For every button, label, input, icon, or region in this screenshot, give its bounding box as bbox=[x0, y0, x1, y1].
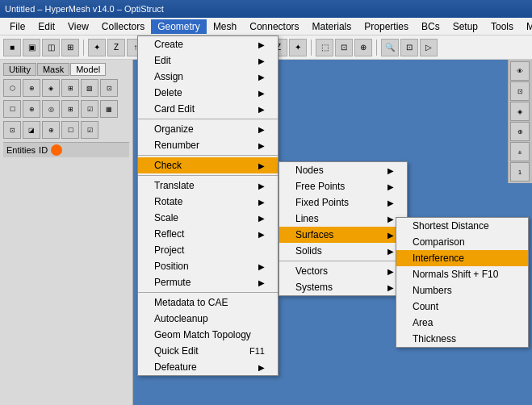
surf-normals-shift[interactable]: Normals Shift + F10 bbox=[396, 266, 528, 282]
check-submenu-popup[interactable]: Nodes ▶ Free Points ▶ Fixed Points ▶ Lin… bbox=[279, 161, 408, 296]
toolbar-btn-21[interactable]: ▷ bbox=[420, 39, 438, 56]
menu-check[interactable]: Check ▶ bbox=[138, 157, 278, 173]
menu-project[interactable]: Project bbox=[138, 242, 278, 258]
menu-autocleanup[interactable]: Autocleanup bbox=[138, 311, 278, 327]
right-icon-1[interactable]: 👁 bbox=[510, 61, 530, 81]
icon-btn-4[interactable]: ⊞ bbox=[61, 79, 79, 97]
right-icon-2[interactable]: ⊡ bbox=[510, 81, 530, 101]
icon-btn-2[interactable]: ⊕ bbox=[23, 79, 40, 97]
toolbar-btn-19[interactable]: 🔍 bbox=[381, 39, 399, 56]
menu-translate[interactable]: Translate ▶ bbox=[138, 177, 278, 194]
right-icon-5[interactable]: ± bbox=[510, 142, 530, 161]
menu-delete[interactable]: Delete ▶ bbox=[138, 85, 278, 101]
icon-btn-16[interactable]: ☐ bbox=[61, 121, 79, 139]
surf-thickness[interactable]: Thickness bbox=[396, 331, 528, 347]
menu-geom-edit[interactable]: Edit ▶ bbox=[138, 52, 278, 69]
check-free-points[interactable]: Free Points ▶ bbox=[279, 178, 407, 194]
icon-btn-11[interactable]: ☑ bbox=[81, 100, 98, 118]
surf-count[interactable]: Count bbox=[396, 299, 528, 315]
menu-card-edit[interactable]: Card Edit ▶ bbox=[138, 101, 278, 117]
menu-morphing[interactable]: Morphing bbox=[520, 19, 532, 34]
title-text: Untitled – HyperMesh v14.0 – OptiStruct bbox=[5, 4, 164, 14]
menu-file[interactable]: File bbox=[3, 19, 31, 34]
icon-btn-3[interactable]: ◈ bbox=[42, 79, 60, 97]
menu-organize[interactable]: Organize ▶ bbox=[138, 121, 278, 137]
menu-reflect[interactable]: Reflect ▶ bbox=[138, 226, 278, 242]
icon-btn-13[interactable]: ⊡ bbox=[3, 121, 21, 139]
check-sep-1 bbox=[279, 261, 407, 261]
create-arrow: ▶ bbox=[258, 40, 265, 49]
icon-btn-6[interactable]: ⊡ bbox=[100, 79, 118, 97]
menu-materials[interactable]: Materials bbox=[306, 19, 358, 34]
check-vectors[interactable]: Vectors ▶ bbox=[279, 263, 407, 279]
icon-btn-8[interactable]: ⊕ bbox=[23, 100, 40, 118]
toolbar-btn-20[interactable]: ⊡ bbox=[400, 39, 418, 56]
surf-shortest-dist[interactable]: Shortest Distance bbox=[396, 218, 528, 234]
tab-mask[interactable]: Mask bbox=[37, 63, 69, 76]
menu-tools[interactable]: Tools bbox=[484, 19, 520, 34]
surf-area[interactable]: Area bbox=[396, 315, 528, 331]
toolbar-btn-5[interactable]: ✦ bbox=[88, 39, 106, 56]
surf-numbers[interactable]: Numbers bbox=[396, 282, 528, 299]
icon-btn-12[interactable]: ▦ bbox=[100, 100, 118, 118]
left-panel: Utility Mask Model ⬡ ⊕ ◈ ⊞ ▧ ⊡ ☐ ⊕ ◎ ⊞ ☑… bbox=[0, 60, 133, 405]
tab-model[interactable]: Model bbox=[70, 63, 106, 76]
check-solids[interactable]: Solids ▶ bbox=[279, 243, 407, 259]
check-nodes[interactable]: Nodes ▶ bbox=[279, 162, 407, 178]
left-icon-grid-2: ☐ ⊕ ◎ ⊞ ☑ ▦ bbox=[3, 100, 129, 118]
toolbar-btn-2[interactable]: ▣ bbox=[23, 39, 40, 56]
menu-renumber[interactable]: Renumber ▶ bbox=[138, 137, 278, 153]
icon-btn-9[interactable]: ◎ bbox=[42, 100, 60, 118]
right-icon-6[interactable]: 1 bbox=[510, 162, 530, 182]
panel-tabs: Utility Mask Model bbox=[3, 63, 129, 76]
toolbar-btn-1[interactable]: ■ bbox=[3, 39, 21, 56]
menu-quick-edit[interactable]: Quick Edit F11 bbox=[138, 343, 278, 359]
menu-position[interactable]: Position ▶ bbox=[138, 258, 278, 274]
menu-connectors[interactable]: Connectors bbox=[243, 19, 305, 34]
menu-metadata[interactable]: Metadata to CAE bbox=[138, 294, 278, 311]
menu-assign[interactable]: Assign ▶ bbox=[138, 69, 278, 85]
menu-geom-match[interactable]: Geom Match Topology bbox=[138, 327, 278, 343]
menu-scale[interactable]: Scale ▶ bbox=[138, 210, 278, 226]
icon-btn-7[interactable]: ☐ bbox=[3, 100, 21, 118]
permute-arrow: ▶ bbox=[258, 278, 265, 287]
toolbar-btn-3[interactable]: ◫ bbox=[42, 39, 60, 56]
menu-setup[interactable]: Setup bbox=[446, 19, 484, 34]
check-systems[interactable]: Systems ▶ bbox=[279, 279, 407, 295]
menu-rotate[interactable]: Rotate ▶ bbox=[138, 194, 278, 210]
right-icon-3[interactable]: ◈ bbox=[510, 102, 530, 121]
toolbar-btn-16[interactable]: ⬚ bbox=[316, 39, 333, 56]
icon-btn-15[interactable]: ⊕ bbox=[42, 121, 60, 139]
right-icon-4[interactable]: ⊕ bbox=[510, 122, 530, 141]
icon-btn-17[interactable]: ☑ bbox=[81, 121, 98, 139]
toolbar-btn-17[interactable]: ⊡ bbox=[335, 39, 353, 56]
toolbar-btn-18[interactable]: ⊕ bbox=[354, 39, 372, 56]
check-surfaces[interactable]: Surfaces ▶ bbox=[279, 227, 407, 243]
menu-mesh[interactable]: Mesh bbox=[207, 19, 243, 34]
menu-permute[interactable]: Permute ▶ bbox=[138, 274, 278, 290]
toolbar-btn-15[interactable]: ✦ bbox=[289, 39, 307, 56]
sep-3 bbox=[138, 175, 278, 176]
menu-collectors[interactable]: Collectors bbox=[95, 19, 151, 34]
menu-bcs[interactable]: BCs bbox=[415, 19, 446, 34]
surf-interference[interactable]: Interference bbox=[396, 250, 528, 266]
menu-geometry[interactable]: Geometry bbox=[151, 19, 207, 34]
icon-btn-5[interactable]: ▧ bbox=[81, 79, 98, 97]
geometry-menu-popup[interactable]: Create ▶ Edit ▶ Assign ▶ Delete ▶ Card E… bbox=[137, 35, 279, 376]
menu-create[interactable]: Create ▶ bbox=[138, 36, 278, 52]
surfaces-submenu-popup[interactable]: Shortest Distance Comparison Interferenc… bbox=[396, 217, 529, 348]
tab-utility[interactable]: Utility bbox=[3, 63, 36, 76]
menu-defeature[interactable]: Defeature ▶ bbox=[138, 359, 278, 375]
menu-view[interactable]: View bbox=[61, 19, 95, 34]
toolbar-btn-4[interactable]: ⊞ bbox=[61, 39, 79, 56]
check-lines[interactable]: Lines ▶ bbox=[279, 211, 407, 227]
toolbar-btn-6[interactable]: Z bbox=[107, 39, 125, 56]
menu-edit[interactable]: Edit bbox=[31, 19, 61, 34]
menu-properties[interactable]: Properties bbox=[358, 19, 415, 34]
icon-btn-10[interactable]: ⊞ bbox=[61, 100, 79, 118]
color-dot bbox=[51, 144, 62, 156]
surf-comparison[interactable]: Comparison bbox=[396, 234, 528, 250]
icon-btn-1[interactable]: ⬡ bbox=[3, 79, 21, 97]
check-fixed-points[interactable]: Fixed Points ▶ bbox=[279, 194, 407, 211]
icon-btn-14[interactable]: ◪ bbox=[23, 121, 40, 139]
